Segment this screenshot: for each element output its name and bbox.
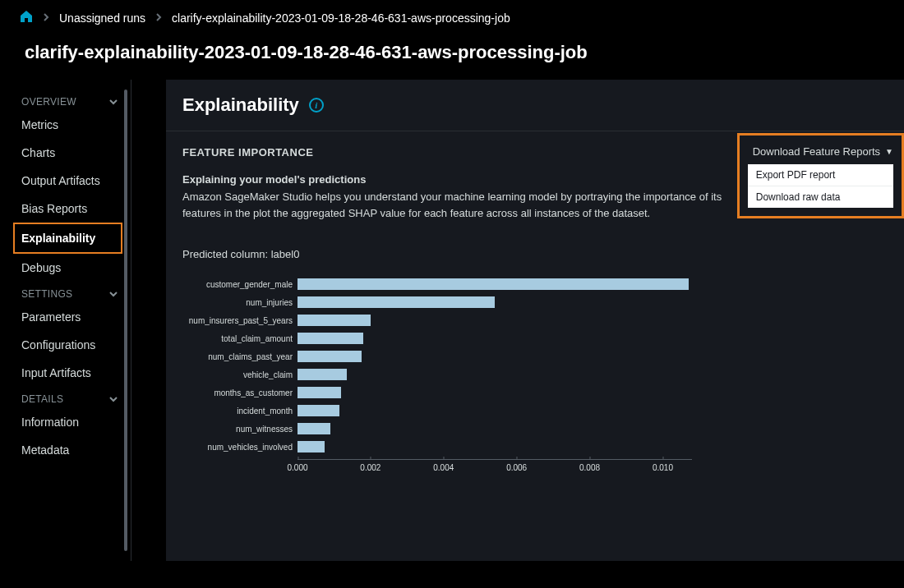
chart-row: total_claim_amount [182,329,888,347]
explainability-panel: Explainability i FEATURE IMPORTANCE Expl… [166,80,904,561]
chart-tick: 0.008 [579,460,600,472]
sidebar-item-metadata[interactable]: Metadata [20,436,131,464]
chevron-down-icon [109,393,118,405]
sidebar-item-configurations[interactable]: Configurations [20,331,131,359]
chart-bar [297,278,689,290]
chart-track [297,440,692,453]
sidebar: OVERVIEW Metrics Charts Output Artifacts… [0,80,131,561]
breadcrumb-current[interactable]: clarify-explainability-2023-01-09-18-28-… [172,11,510,25]
home-icon[interactable] [20,10,33,25]
chevron-down-icon [109,96,118,108]
sidebar-item-explainability[interactable]: Explainability [13,223,122,254]
chart-track [297,296,692,309]
chevron-right-icon [43,12,49,24]
chart-row: customer_gender_male [182,275,888,293]
chart-row: num_insurers_past_5_years [182,311,888,329]
chart-label: num_witnesses [182,425,297,434]
sidebar-item-charts[interactable]: Charts [20,139,131,167]
chart-tick: 0.004 [433,460,454,472]
chart-bar [297,351,362,362]
page-title: clarify-explainability-2023-01-09-18-28-… [0,35,904,80]
chart-label: num_claims_past_year [182,352,297,361]
chart-label: incident_month [182,407,297,416]
chart-track [297,422,692,435]
chart-bar [297,296,495,308]
chart-bar [297,405,339,416]
sidebar-item-bias-reports[interactable]: Bias Reports [20,195,131,223]
chart-row: num_witnesses [182,420,888,438]
chart-bar [297,333,363,344]
chevron-right-icon [155,12,162,24]
chart-row: num_claims_past_year [182,347,888,365]
sidebar-item-debugs[interactable]: Debugs [20,254,131,282]
sidebar-section-label: DETAILS [21,393,63,405]
description: Amazon SageMaker Studio helps you unders… [182,189,741,222]
chart-track [297,404,692,417]
chart-track [297,350,692,363]
caret-down-icon: ▼ [885,147,893,156]
content: Explainability i FEATURE IMPORTANCE Expl… [131,80,904,561]
panel-body: FEATURE IMPORTANCE Explaining your model… [166,131,904,561]
chart-tick: 0.000 [287,460,307,472]
sidebar-section-details[interactable]: DETAILS [20,387,131,408]
chart-label: customer_gender_male [182,280,297,289]
chart-bar [297,369,347,380]
chart-tick: 0.002 [360,460,381,472]
chart-label: total_claim_amount [182,334,297,343]
download-trigger[interactable]: Download Feature Reports ▼ [748,144,893,164]
chart-tick: 0.010 [653,460,673,472]
chevron-down-icon [109,288,118,300]
chart-label: vehicle_claim [182,370,297,379]
chart-bar [297,315,371,326]
chart-track [297,368,692,381]
chart-row: months_as_customer [182,384,888,402]
chart-bar [297,441,325,452]
download-dropdown: Export PDF report Download raw data [748,164,893,208]
chart-row: incident_month [182,402,888,420]
sidebar-section-label: SETTINGS [21,288,72,300]
chart-row: vehicle_claim [182,365,888,384]
chart-track [297,278,692,291]
feature-importance-chart: customer_gender_malenum_injuriesnum_insu… [182,275,888,475]
panel-title: Explainability [182,94,299,116]
download-label: Download Feature Reports [753,145,880,158]
chart-track [297,386,692,399]
sidebar-section-label: OVERVIEW [21,96,76,108]
predicted-column: Predicted column: label0 [182,248,888,260]
chart-row: num_injuries [182,293,888,311]
breadcrumb: Unassigned runs clarify-explainability-2… [0,0,904,35]
sidebar-item-metrics[interactable]: Metrics [20,111,131,139]
sidebar-item-information[interactable]: Information [20,408,131,436]
breadcrumb-unassigned-runs[interactable]: Unassigned runs [59,11,145,25]
sidebar-section-settings[interactable]: SETTINGS [20,282,131,303]
chart-bar [297,423,330,434]
chart-track [297,314,692,327]
chart-tick: 0.006 [506,460,527,472]
download-feature-reports: Download Feature Reports ▼ Export PDF re… [737,133,904,218]
chart-label: months_as_customer [182,388,297,397]
chart-label: num_vehicles_involved [182,443,297,452]
chart-label: num_insurers_past_5_years [182,316,297,325]
chart-label: num_injuries [182,298,297,307]
sidebar-item-input-artifacts[interactable]: Input Artifacts [20,359,131,387]
info-icon[interactable]: i [309,98,324,113]
chart-track [297,332,692,345]
sidebar-item-parameters[interactable]: Parameters [20,303,131,331]
dropdown-download-raw[interactable]: Download raw data [748,186,893,208]
sidebar-item-output-artifacts[interactable]: Output Artifacts [20,167,131,195]
chart-axis: 0.0000.0020.0040.0060.0080.010 [297,459,692,475]
dropdown-export-pdf[interactable]: Export PDF report [748,164,893,186]
chart-row: num_vehicles_involved [182,438,888,456]
chart-bar [297,387,341,398]
sidebar-section-overview[interactable]: OVERVIEW [20,90,131,111]
panel-header: Explainability i [166,80,904,131]
